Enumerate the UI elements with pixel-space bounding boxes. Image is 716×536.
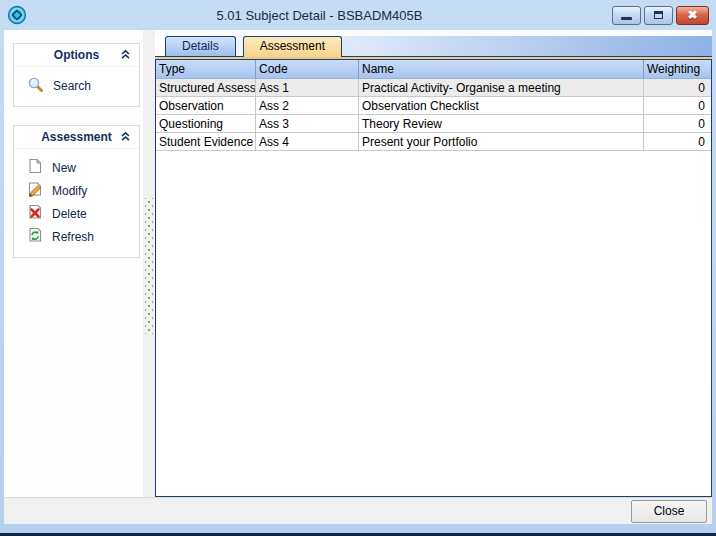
cell-weighting: 0 [644, 115, 711, 132]
close-window-button[interactable]: ✖ [676, 6, 709, 25]
tab-assessment[interactable]: Assessment [243, 36, 342, 57]
tab-details[interactable]: Details [165, 36, 236, 56]
tab-strip: Details Assessment [155, 36, 712, 57]
search-icon [27, 76, 44, 96]
restore-button[interactable] [644, 6, 673, 25]
minimize-button[interactable] [612, 6, 641, 25]
sidebar-item-label: Search [53, 79, 91, 93]
minimize-icon [621, 17, 632, 20]
cell-name: Observation Checklist [359, 97, 644, 114]
sidebar-item-label: Modify [52, 184, 87, 198]
cell-name: Practical Activity- Organise a meeting [359, 79, 644, 96]
cell-type: Structured Assessm [156, 79, 256, 96]
close-button[interactable]: Close [631, 500, 707, 523]
sidebar-item-search[interactable]: Search [27, 74, 139, 97]
modify-icon [27, 181, 43, 200]
sidebar-item-label: Refresh [52, 230, 94, 244]
cell-code: Ass 3 [256, 115, 359, 132]
cell-type: Student Evidence [156, 133, 256, 150]
table-row[interactable]: Student Evidence Ass 4 Present your Port… [156, 133, 711, 151]
table-row[interactable]: Questioning Ass 3 Theory Review 0 [156, 115, 711, 133]
sidebar: Options [4, 30, 143, 497]
table-header-row: Type Code Name Weighting [156, 60, 711, 79]
column-header-name[interactable]: Name [359, 60, 644, 78]
cell-weighting: 0 [644, 79, 711, 96]
sidebar-item-refresh[interactable]: Refresh [27, 225, 139, 248]
restore-icon [654, 11, 663, 19]
sidebar-item-label: New [52, 161, 76, 175]
assessment-table-panel: Type Code Name Weighting Structured Asse… [155, 59, 712, 497]
assessment-panel-items: New Modify [14, 149, 139, 257]
cell-weighting: 0 [644, 97, 711, 114]
main-area: Details Assessment Type Code Name Weight… [155, 30, 712, 497]
options-panel-items: Search [14, 67, 139, 106]
cell-weighting: 0 [644, 133, 711, 150]
title-bar: 5.01 Subject Detail - BSBADM405B ✖ [0, 0, 716, 30]
options-panel-title: Options [54, 48, 99, 62]
sidebar-item-new[interactable]: New [27, 156, 139, 179]
delete-icon [27, 204, 43, 223]
options-panel-header[interactable]: Options [14, 44, 139, 67]
assessment-panel-title: Assessment [41, 130, 112, 144]
sidebar-item-label: Delete [52, 207, 87, 221]
column-header-weighting[interactable]: Weighting [644, 60, 711, 78]
column-header-type[interactable]: Type [156, 60, 256, 78]
cell-code: Ass 1 [256, 79, 359, 96]
cell-type: Questioning [156, 115, 256, 132]
cell-code: Ass 2 [256, 97, 359, 114]
cell-code: Ass 4 [256, 133, 359, 150]
cell-type: Observation [156, 97, 256, 114]
column-header-code[interactable]: Code [256, 60, 359, 78]
window-controls: ✖ [612, 6, 709, 25]
new-icon [27, 158, 43, 177]
table-row[interactable]: Structured Assessm Ass 1 Practical Activ… [156, 79, 711, 97]
chevron-double-up-icon[interactable] [120, 49, 131, 63]
app-window: 5.01 Subject Detail - BSBADM405B ✖ Optio… [0, 0, 716, 536]
window-title: 5.01 Subject Detail - BSBADM405B [27, 8, 612, 23]
assessment-panel: Assessment [13, 125, 140, 258]
sidebar-item-delete[interactable]: Delete [27, 202, 139, 225]
sidebar-item-modify[interactable]: Modify [27, 179, 139, 202]
app-icon [7, 5, 27, 25]
splitter-handle[interactable] [143, 30, 155, 497]
close-icon: ✖ [687, 9, 697, 21]
options-panel: Options [13, 43, 140, 107]
cell-name: Present your Portfolio [359, 133, 644, 150]
work-area: Options [4, 30, 712, 497]
footer-bar: Close [4, 497, 712, 524]
table-row[interactable]: Observation Ass 2 Observation Checklist … [156, 97, 711, 115]
client-area: Options [4, 30, 712, 524]
assessment-panel-header[interactable]: Assessment [14, 126, 139, 149]
cell-name: Theory Review [359, 115, 644, 132]
chevron-double-up-icon[interactable] [120, 131, 131, 145]
refresh-icon [27, 227, 43, 246]
splitter-grip-dots [145, 198, 153, 334]
